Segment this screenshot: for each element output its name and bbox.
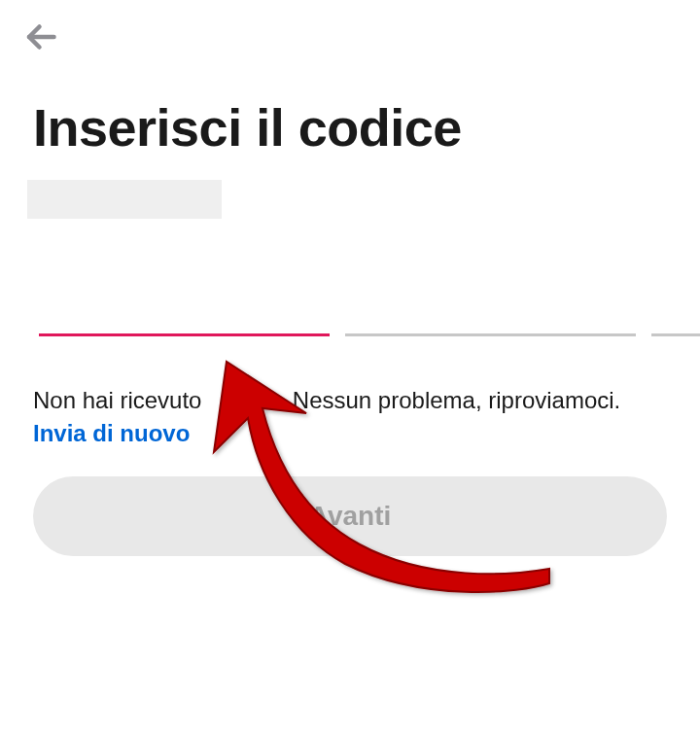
arrow-left-icon	[23, 19, 58, 54]
next-button[interactable]: Avanti	[33, 476, 667, 556]
code-input-group	[39, 309, 661, 336]
help-text-before: Non hai ricevuto	[33, 387, 201, 413]
page-title: Inserisci il codice	[33, 97, 462, 158]
code-slot-2[interactable]	[345, 309, 636, 336]
code-slot-1[interactable]	[39, 309, 330, 336]
code-slot-3[interactable]	[651, 309, 700, 336]
help-text: Non hai ricevuto Nessun problema, riprov…	[33, 384, 667, 449]
resend-link[interactable]: Invia di nuovo	[33, 420, 190, 446]
back-button[interactable]	[21, 18, 60, 56]
help-text-after: Nessun problema, riproviamoci.	[293, 387, 620, 413]
redacted-phone-placeholder	[27, 180, 222, 219]
